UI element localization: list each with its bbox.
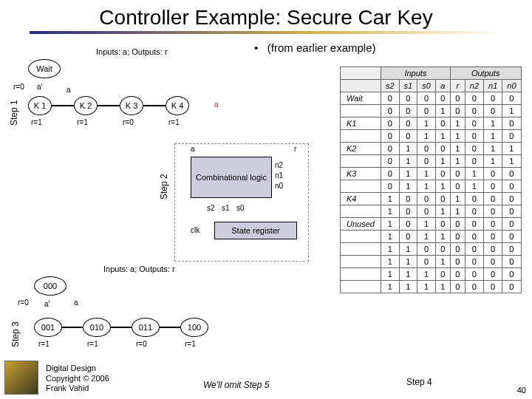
wait-trans-1: a <box>66 86 71 94</box>
step2-label: Step 2 <box>159 174 169 200</box>
state-001: 001 <box>34 318 62 337</box>
s001-out: r=1 <box>38 340 50 348</box>
slide-title: Controller Example: Secure Car Key <box>0 0 532 30</box>
footer-l2: Copyright © 2006 <box>46 374 109 383</box>
bullet: • <box>254 41 258 54</box>
state-wait-3: 000 <box>34 276 66 296</box>
step1-label: Step 1 <box>9 100 19 126</box>
wait-out-3: r=0 <box>18 299 29 307</box>
s010-out: r=1 <box>87 340 98 348</box>
step5-note: We'll omit Step 5 <box>203 380 269 390</box>
s100-out: r=1 <box>185 340 196 348</box>
state-k4: K 4 <box>166 96 189 115</box>
footer-credits: Digital Design Copyright © 2006 Frank Va… <box>46 364 109 393</box>
logo-icon <box>4 361 38 395</box>
k1-out: r=1 <box>31 118 42 126</box>
arrow-k2-k3 <box>98 105 120 106</box>
arrow-k1-k2 <box>52 105 74 106</box>
arrow-011-100 <box>160 327 180 328</box>
state-010: 010 <box>83 318 111 337</box>
k2-out: r=1 <box>77 118 88 126</box>
footer-l1: Digital Design <box>46 364 109 373</box>
state-k2: K 2 <box>74 96 98 115</box>
arrow-k3-k4 <box>143 105 166 106</box>
arrow-001-010 <box>62 327 83 328</box>
step4-note: Step 4 <box>406 377 432 387</box>
step3-label: Step 3 <box>10 321 21 347</box>
truth-table: InputsOutputss2s1s0arn2n1n0Wait000000000… <box>340 66 522 293</box>
state-wait-1: Wait <box>28 59 61 78</box>
state-011: 011 <box>132 318 160 337</box>
annotation-a: a <box>214 100 219 109</box>
k4-out: r=1 <box>168 118 180 126</box>
state-100: 100 <box>180 318 208 337</box>
subtitle-text: (from earlier example) <box>267 41 376 54</box>
arrow-010-011 <box>111 327 132 328</box>
state-k3: K 3 <box>120 96 143 115</box>
footer-l3: Frank Vahid <box>46 383 109 393</box>
controller-boundary <box>174 143 309 262</box>
s011-out: r=0 <box>136 340 147 348</box>
k3-out: r=0 <box>123 118 134 126</box>
subtitle: • (from earlier example) <box>254 41 376 54</box>
io-caption-1: Inputs: a; Outputs: r <box>96 47 168 56</box>
io-caption-3: Inputs: a; Outputs: r <box>103 265 175 273</box>
wait-self-1: a' <box>37 83 42 91</box>
state-k1: K 1 <box>28 96 52 115</box>
wait-trans-3: a <box>74 299 78 307</box>
page-number: 40 <box>517 386 526 395</box>
wait-self-3: a' <box>44 300 50 308</box>
wait-out-1: r=0 <box>13 83 24 91</box>
title-underline <box>30 31 502 34</box>
